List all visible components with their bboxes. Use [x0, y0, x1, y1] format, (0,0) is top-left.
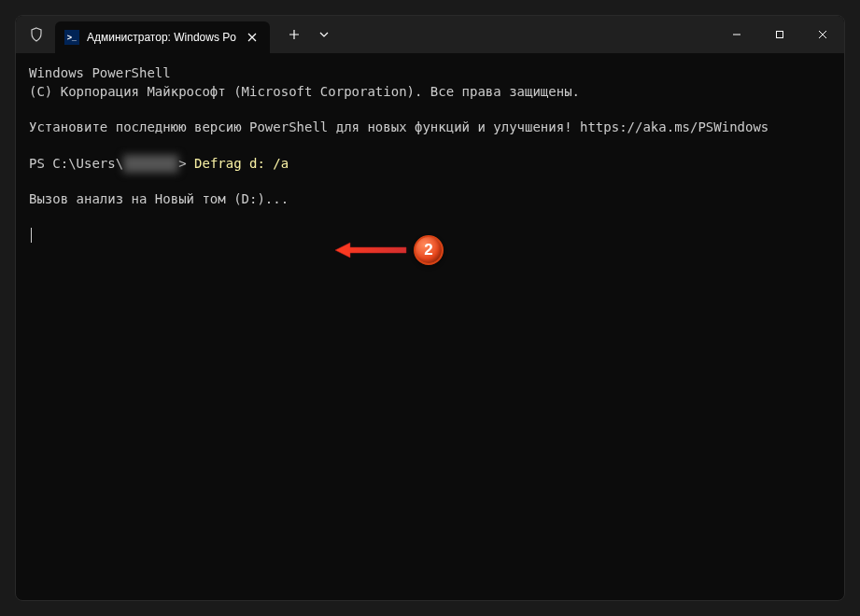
shield-icon [29, 27, 44, 42]
command-text: Defrag d: /a [194, 156, 289, 171]
active-tab[interactable]: >_ Администратор: Windows Po [55, 21, 270, 53]
blurred-username: XXXXXXX [123, 155, 178, 174]
maximize-button[interactable] [758, 16, 801, 53]
terminal-window: >_ Администратор: Windows Po [15, 15, 845, 601]
tab-dropdown-button[interactable] [311, 21, 337, 48]
new-tab-button[interactable] [281, 21, 307, 48]
powershell-icon: >_ [64, 30, 79, 45]
svg-rect-0 [777, 32, 783, 38]
terminal-line: Windows PowerShell [29, 64, 831, 83]
terminal-line: Вызов анализ на Новый том (D:)... [29, 190, 831, 209]
minimize-button[interactable] [715, 16, 758, 53]
terminal-line: Установите последнюю версию PowerShell д… [29, 119, 831, 137]
titlebar: >_ Администратор: Windows Po [16, 16, 844, 53]
terminal-line: (C) Корпорация Майкрософт (Microsoft Cor… [29, 83, 831, 102]
window-controls [715, 16, 844, 53]
terminal-cursor-line [29, 227, 831, 245]
close-tab-button[interactable] [244, 29, 261, 46]
close-window-button[interactable] [801, 16, 844, 53]
tab-title: Администратор: Windows Po [87, 31, 236, 44]
terminal-prompt-line: PS C:\Users\XXXXXXX> Defrag d: /a [29, 155, 831, 174]
terminal-content[interactable]: Windows PowerShell (C) Корпорация Майкро… [16, 53, 844, 600]
cursor [31, 228, 32, 243]
